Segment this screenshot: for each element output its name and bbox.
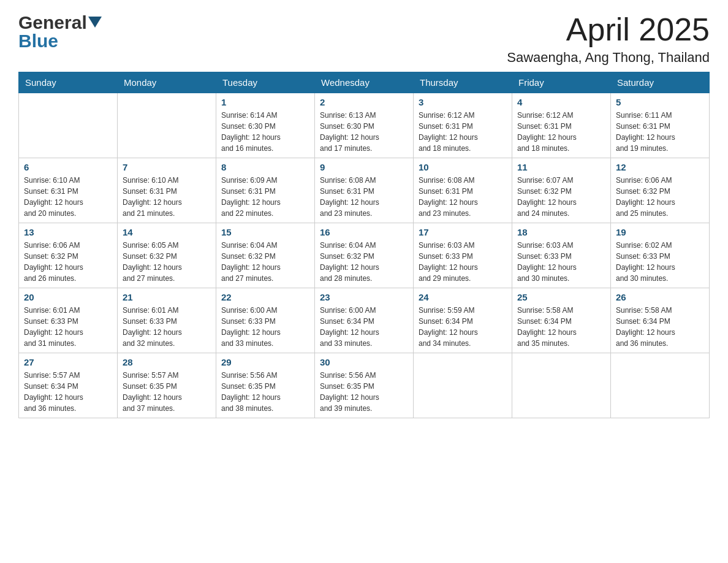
day-number: 19 [616, 227, 704, 237]
day-number: 22 [221, 292, 309, 302]
calendar-week-row: 1Sunrise: 6:14 AM Sunset: 6:30 PM Daylig… [19, 93, 710, 158]
calendar-cell [118, 93, 216, 158]
day-number: 29 [221, 357, 309, 367]
calendar-cell: 11Sunrise: 6:07 AM Sunset: 6:32 PM Dayli… [512, 158, 611, 223]
day-info: Sunrise: 6:12 AM Sunset: 6:31 PM Dayligh… [517, 110, 605, 154]
calendar-cell: 12Sunrise: 6:06 AM Sunset: 6:32 PM Dayli… [611, 158, 710, 223]
calendar-cell: 1Sunrise: 6:14 AM Sunset: 6:30 PM Daylig… [216, 93, 315, 158]
calendar-cell: 27Sunrise: 5:57 AM Sunset: 6:34 PM Dayli… [19, 353, 118, 418]
month-title: April 2025 [507, 12, 710, 47]
logo-general-text: General [18, 12, 102, 33]
logo: General Blue [18, 12, 102, 52]
day-number: 9 [320, 162, 408, 172]
column-header-wednesday: Wednesday [315, 72, 414, 93]
calendar-week-row: 13Sunrise: 6:06 AM Sunset: 6:32 PM Dayli… [19, 223, 710, 288]
day-number: 30 [320, 357, 408, 367]
day-number: 8 [221, 162, 309, 172]
calendar-cell: 20Sunrise: 6:01 AM Sunset: 6:33 PM Dayli… [19, 288, 118, 353]
calendar-cell: 30Sunrise: 5:56 AM Sunset: 6:35 PM Dayli… [315, 353, 414, 418]
day-info: Sunrise: 6:08 AM Sunset: 6:31 PM Dayligh… [419, 175, 507, 219]
day-number: 20 [24, 292, 112, 302]
column-header-tuesday: Tuesday [216, 72, 315, 93]
day-number: 28 [123, 357, 211, 367]
column-header-saturday: Saturday [611, 72, 710, 93]
title-area: April 2025 Sawaengha, Ang Thong, Thailan… [507, 12, 710, 66]
day-info: Sunrise: 6:00 AM Sunset: 6:34 PM Dayligh… [320, 305, 408, 349]
day-info: Sunrise: 6:04 AM Sunset: 6:32 PM Dayligh… [320, 240, 408, 284]
day-info: Sunrise: 6:06 AM Sunset: 6:32 PM Dayligh… [24, 240, 112, 284]
calendar-cell: 17Sunrise: 6:03 AM Sunset: 6:33 PM Dayli… [414, 223, 512, 288]
calendar-cell: 8Sunrise: 6:09 AM Sunset: 6:31 PM Daylig… [216, 158, 315, 223]
day-number: 16 [320, 227, 408, 237]
day-info: Sunrise: 6:10 AM Sunset: 6:31 PM Dayligh… [123, 175, 211, 219]
day-number: 5 [616, 97, 704, 107]
day-number: 21 [123, 292, 211, 302]
calendar-cell: 18Sunrise: 6:03 AM Sunset: 6:33 PM Dayli… [512, 223, 611, 288]
day-number: 27 [24, 357, 112, 367]
day-info: Sunrise: 6:01 AM Sunset: 6:33 PM Dayligh… [24, 305, 112, 349]
day-number: 17 [419, 227, 507, 237]
day-number: 11 [517, 162, 605, 172]
calendar-cell: 23Sunrise: 6:00 AM Sunset: 6:34 PM Dayli… [315, 288, 414, 353]
column-header-friday: Friday [512, 72, 611, 93]
calendar-cell: 10Sunrise: 6:08 AM Sunset: 6:31 PM Dayli… [414, 158, 512, 223]
day-info: Sunrise: 6:07 AM Sunset: 6:32 PM Dayligh… [517, 175, 605, 219]
calendar-cell: 6Sunrise: 6:10 AM Sunset: 6:31 PM Daylig… [19, 158, 118, 223]
day-info: Sunrise: 6:06 AM Sunset: 6:32 PM Dayligh… [616, 175, 704, 219]
day-info: Sunrise: 6:02 AM Sunset: 6:33 PM Dayligh… [616, 240, 704, 284]
day-info: Sunrise: 5:56 AM Sunset: 6:35 PM Dayligh… [221, 370, 309, 414]
day-info: Sunrise: 5:58 AM Sunset: 6:34 PM Dayligh… [517, 305, 605, 349]
day-info: Sunrise: 6:14 AM Sunset: 6:30 PM Dayligh… [221, 110, 309, 154]
logo-blue-text: Blue [18, 31, 58, 52]
day-number: 14 [123, 227, 211, 237]
day-info: Sunrise: 6:11 AM Sunset: 6:31 PM Dayligh… [616, 110, 704, 154]
day-info: Sunrise: 6:10 AM Sunset: 6:31 PM Dayligh… [24, 175, 112, 219]
day-info: Sunrise: 5:56 AM Sunset: 6:35 PM Dayligh… [320, 370, 408, 414]
calendar-cell: 4Sunrise: 6:12 AM Sunset: 6:31 PM Daylig… [512, 93, 611, 158]
column-header-sunday: Sunday [19, 72, 118, 93]
calendar-cell: 28Sunrise: 5:57 AM Sunset: 6:35 PM Dayli… [118, 353, 216, 418]
day-number: 10 [419, 162, 507, 172]
day-info: Sunrise: 6:12 AM Sunset: 6:31 PM Dayligh… [419, 110, 507, 154]
calendar-table: SundayMondayTuesdayWednesdayThursdayFrid… [18, 72, 710, 418]
day-info: Sunrise: 6:00 AM Sunset: 6:33 PM Dayligh… [221, 305, 309, 349]
day-number: 25 [517, 292, 605, 302]
calendar-cell: 9Sunrise: 6:08 AM Sunset: 6:31 PM Daylig… [315, 158, 414, 223]
calendar-cell [19, 93, 118, 158]
day-number: 3 [419, 97, 507, 107]
calendar-cell: 21Sunrise: 6:01 AM Sunset: 6:33 PM Dayli… [118, 288, 216, 353]
calendar-cell: 22Sunrise: 6:00 AM Sunset: 6:33 PM Dayli… [216, 288, 315, 353]
calendar-cell [512, 353, 611, 418]
day-number: 26 [616, 292, 704, 302]
calendar-week-row: 27Sunrise: 5:57 AM Sunset: 6:34 PM Dayli… [19, 353, 710, 418]
day-info: Sunrise: 6:04 AM Sunset: 6:32 PM Dayligh… [221, 240, 309, 284]
calendar-cell: 15Sunrise: 6:04 AM Sunset: 6:32 PM Dayli… [216, 223, 315, 288]
calendar-cell: 26Sunrise: 5:58 AM Sunset: 6:34 PM Dayli… [611, 288, 710, 353]
day-number: 18 [517, 227, 605, 237]
calendar-cell: 2Sunrise: 6:13 AM Sunset: 6:30 PM Daylig… [315, 93, 414, 158]
calendar-cell: 16Sunrise: 6:04 AM Sunset: 6:32 PM Dayli… [315, 223, 414, 288]
column-header-monday: Monday [118, 72, 216, 93]
day-number: 7 [123, 162, 211, 172]
day-info: Sunrise: 6:13 AM Sunset: 6:30 PM Dayligh… [320, 110, 408, 154]
day-info: Sunrise: 5:59 AM Sunset: 6:34 PM Dayligh… [419, 305, 507, 349]
day-info: Sunrise: 6:09 AM Sunset: 6:31 PM Dayligh… [221, 175, 309, 219]
calendar-week-row: 6Sunrise: 6:10 AM Sunset: 6:31 PM Daylig… [19, 158, 710, 223]
day-info: Sunrise: 6:01 AM Sunset: 6:33 PM Dayligh… [123, 305, 211, 349]
day-info: Sunrise: 6:08 AM Sunset: 6:31 PM Dayligh… [320, 175, 408, 219]
calendar-week-row: 20Sunrise: 6:01 AM Sunset: 6:33 PM Dayli… [19, 288, 710, 353]
header: General Blue April 2025 Sawaengha, Ang T… [18, 12, 710, 66]
calendar-cell: 7Sunrise: 6:10 AM Sunset: 6:31 PM Daylig… [118, 158, 216, 223]
calendar-cell: 19Sunrise: 6:02 AM Sunset: 6:33 PM Dayli… [611, 223, 710, 288]
calendar-cell [611, 353, 710, 418]
calendar-header-row: SundayMondayTuesdayWednesdayThursdayFrid… [19, 72, 710, 93]
day-number: 12 [616, 162, 704, 172]
day-info: Sunrise: 5:57 AM Sunset: 6:35 PM Dayligh… [123, 370, 211, 414]
day-number: 13 [24, 227, 112, 237]
calendar-cell [414, 353, 512, 418]
calendar-cell: 29Sunrise: 5:56 AM Sunset: 6:35 PM Dayli… [216, 353, 315, 418]
day-info: Sunrise: 5:58 AM Sunset: 6:34 PM Dayligh… [616, 305, 704, 349]
day-number: 23 [320, 292, 408, 302]
day-info: Sunrise: 6:05 AM Sunset: 6:32 PM Dayligh… [123, 240, 211, 284]
location-title: Sawaengha, Ang Thong, Thailand [507, 50, 710, 66]
